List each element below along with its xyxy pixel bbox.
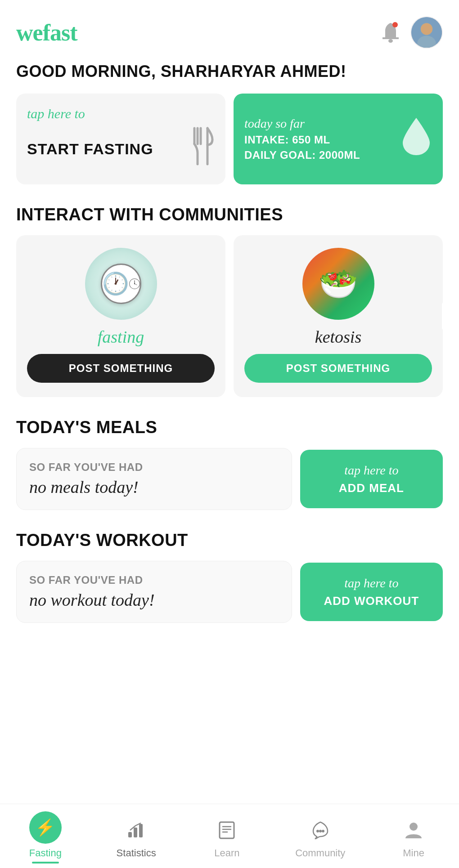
ketosis-community-image: 🥗: [302, 248, 374, 320]
svg-point-21: [316, 830, 319, 832]
food-emoji-icon: 🥗: [319, 265, 358, 302]
add-workout-action-label: ADD WORKOUT: [324, 594, 419, 608]
logo-suffix: fast: [43, 20, 77, 45]
bottom-spacer: [0, 641, 459, 704]
workout-status-text: no workout today!: [29, 590, 279, 610]
add-workout-tap-label: tap here to: [344, 576, 398, 591]
clock-icon: [101, 264, 141, 304]
svg-rect-14: [128, 832, 132, 837]
water-intake-label: INTAKE: 650 ML: [244, 134, 360, 146]
fasting-nav-label: Fasting: [29, 847, 62, 859]
add-meal-tap-label: tap here to: [344, 463, 398, 478]
meals-row: SO FAR YOU'VE HAD no meals today! tap he…: [0, 448, 459, 526]
ketosis-community-card[interactable]: 🥗 ketosis POST SOMETHING: [234, 235, 443, 397]
workout-section-heading: TODAY'S WORKOUT: [0, 526, 459, 561]
notification-icon[interactable]: [380, 20, 401, 45]
fasting-card-inner: START FASTING: [27, 126, 215, 172]
water-intake-card[interactable]: today so far INTAKE: 650 ML DAILY GOAL: …: [234, 94, 443, 184]
learn-nav-label: Learn: [214, 847, 239, 859]
start-fasting-card[interactable]: tap here to START FASTING: [16, 94, 225, 184]
ketosis-community-name: ketosis: [315, 327, 361, 347]
meals-so-far-label: SO FAR YOU'VE HAD: [29, 461, 279, 474]
meals-section-heading: TODAY'S MEALS: [0, 413, 459, 448]
nav-item-community[interactable]: Community: [295, 819, 345, 859]
communities-row: fasting POST SOMETHING 🥗 ketosis POST SO…: [0, 235, 459, 413]
svg-point-24: [410, 823, 418, 831]
nav-item-mine[interactable]: Mine: [391, 819, 436, 859]
avatar[interactable]: [410, 16, 443, 49]
meals-status-text: no meals today!: [29, 477, 279, 497]
app-logo: wefast: [16, 19, 77, 46]
fasting-community-image: [85, 248, 157, 320]
fasting-nav-icon: ⚡: [35, 818, 55, 837]
app-header: wefast: [0, 0, 459, 58]
community-nav-icon: [310, 819, 330, 844]
workout-so-far-label: SO FAR YOU'VE HAD: [29, 574, 279, 586]
water-tap-label: today so far: [244, 116, 360, 131]
ketosis-post-button[interactable]: POST SOMETHING: [244, 354, 432, 383]
svg-rect-16: [139, 824, 143, 837]
fasting-tap-label: tap here to: [27, 106, 215, 121]
svg-point-5: [421, 23, 432, 35]
fasting-action-label: START FASTING: [27, 140, 153, 158]
add-workout-button[interactable]: tap here to ADD WORKOUT: [300, 563, 443, 621]
nav-item-fasting[interactable]: ⚡ Fasting: [23, 811, 68, 859]
fasting-community-card[interactable]: fasting POST SOMETHING: [16, 235, 225, 397]
mine-nav-icon: [404, 819, 423, 844]
community-nav-label: Community: [295, 847, 345, 859]
svg-point-23: [322, 830, 324, 832]
svg-rect-17: [220, 822, 234, 838]
meals-info-card: SO FAR YOU'VE HAD no meals today!: [16, 448, 292, 510]
bottom-navigation: ⚡ Fasting Statistics Learn: [0, 804, 459, 868]
mine-nav-label: Mine: [403, 847, 424, 859]
fasting-nav-active-circle: ⚡: [29, 811, 62, 844]
water-goal-label: DAILY GOAL: 2000ML: [244, 149, 360, 161]
svg-point-0: [388, 39, 393, 43]
communities-section-heading: INTERACT WITH COMMUNITIES: [0, 201, 459, 235]
add-meal-button[interactable]: tap here to ADD MEAL: [300, 450, 443, 508]
fasting-post-button[interactable]: POST SOMETHING: [27, 354, 215, 383]
nav-item-statistics[interactable]: Statistics: [114, 819, 159, 859]
water-info: today so far INTAKE: 650 ML DAILY GOAL: …: [244, 116, 360, 161]
avatar-image: [411, 17, 442, 48]
action-cards-row: tap here to START FASTING today so far I…: [0, 94, 459, 201]
nav-item-learn[interactable]: Learn: [204, 819, 249, 859]
svg-rect-15: [134, 828, 137, 837]
fasting-community-name: fasting: [98, 327, 144, 347]
workout-row: SO FAR YOU'VE HAD no workout today! tap …: [0, 561, 459, 641]
workout-info-card: SO FAR YOU'VE HAD no workout today!: [16, 561, 292, 623]
svg-point-22: [319, 830, 322, 832]
logo-prefix: we: [16, 20, 43, 45]
statistics-nav-icon: [126, 819, 146, 844]
learn-nav-icon: [217, 819, 237, 844]
header-icons: [380, 16, 443, 49]
water-drop-icon: [400, 116, 432, 163]
clock-plate-icon: [85, 248, 157, 320]
statistics-nav-label: Statistics: [117, 847, 156, 859]
greeting-text: GOOD MORNING, SHARHARYAR AHMED!: [0, 58, 459, 94]
fork-knife-icon: [188, 126, 215, 172]
add-meal-action-label: ADD MEAL: [339, 481, 404, 495]
svg-point-1: [392, 22, 398, 27]
